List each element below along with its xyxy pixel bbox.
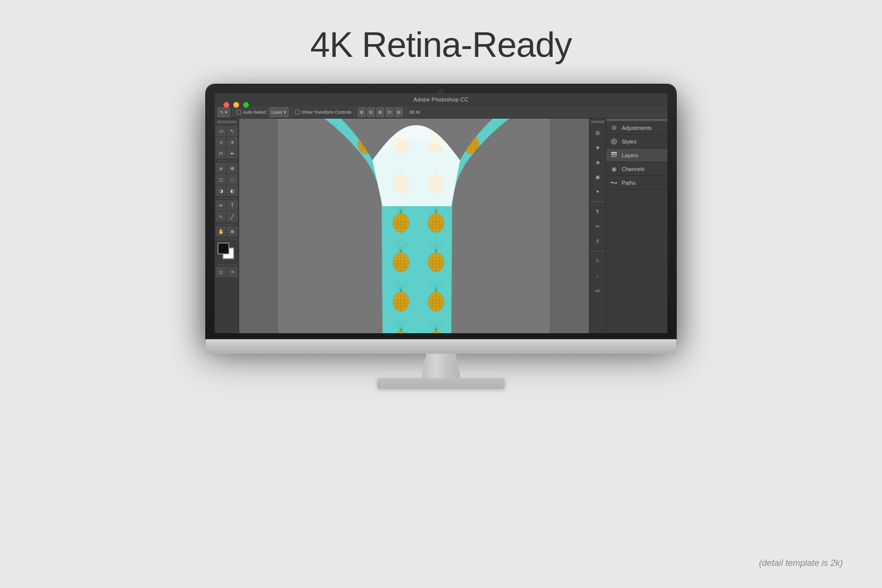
layer-select[interactable]: Layer ▾	[269, 107, 289, 117]
layers-icon	[610, 151, 618, 159]
monitor-wrapper: Adobe Photoshop CC ↖ ▾ Auto-Select:	[206, 84, 676, 389]
pin-icon-btn[interactable]: ↓	[591, 269, 605, 283]
align-tools: ⊞ ⊟ ⊠ ⊡ ⊞	[358, 107, 403, 117]
dodge-tool[interactable]: ◑	[216, 185, 226, 196]
fullscreen-button[interactable]	[243, 102, 249, 108]
paths-label: Paths	[622, 180, 636, 186]
paths-panel-item[interactable]: Paths	[606, 176, 667, 190]
ps-titlebar: Adobe Photoshop CC	[215, 93, 667, 106]
paragraph-icon-btn[interactable]: ¶	[591, 205, 605, 219]
move-tool-icon: ↖	[220, 110, 224, 115]
channels-panel-item[interactable]: ◉ Channels	[606, 162, 667, 176]
tool-row-3: ⊓ ✒	[216, 148, 238, 159]
distribute[interactable]: ⊞	[395, 107, 403, 117]
minimize-button[interactable]	[233, 102, 239, 108]
layers-label: Layers	[622, 152, 638, 158]
ps-title: Adobe Photoshop CC	[414, 97, 468, 102]
autoselect-label: Auto-Select:	[243, 110, 267, 115]
shape-tool[interactable]: ╱	[227, 211, 238, 222]
adjustments-icon: ⚙	[610, 124, 618, 132]
screen-bezel: Adobe Photoshop CC ↖ ▾ Auto-Select:	[215, 93, 667, 333]
quick-mask-tool[interactable]: ◫	[216, 267, 226, 277]
layer-select-arrow: ▾	[284, 110, 286, 115]
align-right[interactable]: ⊠	[376, 107, 384, 117]
imac-stand-base	[377, 378, 505, 389]
pen-tool[interactable]: ✏	[216, 200, 226, 211]
eraser-tool[interactable]: ◻	[216, 174, 226, 185]
toolbar-sep-4	[406, 108, 406, 117]
svg-point-15	[611, 182, 612, 183]
transform-checkbox[interactable]	[295, 110, 300, 115]
move-tool[interactable]: ↖	[227, 125, 238, 136]
magic-wand-tool[interactable]: ✳	[227, 137, 238, 147]
fg-bg-colors[interactable]	[218, 243, 236, 261]
paths-icon-btn[interactable]: ✦	[591, 185, 605, 198]
layers-panel-item[interactable]: Layers	[606, 148, 667, 162]
close-button[interactable]	[223, 102, 229, 108]
blur-tool[interactable]: ◌	[227, 174, 238, 185]
tool-sep-2	[217, 198, 237, 198]
layers-icon-btn[interactable]: ◈	[591, 155, 605, 169]
align-left[interactable]: ⊞	[358, 107, 366, 117]
tool-row-10: ◫ ⧈	[216, 267, 238, 277]
ps-icon-strip: ⊞ ★ ◈ ◉ ✦ ¶ ✂ fi ⠿ ↓ ⇔	[589, 119, 606, 333]
ps-panel-list: ⚙ Adjustments	[606, 119, 667, 333]
tool-row-7: ✏ T	[216, 200, 238, 211]
svg-point-11	[613, 141, 615, 143]
screen-mode-tool[interactable]: ⧈	[227, 267, 238, 277]
styles-panel-item[interactable]: Styles	[606, 135, 667, 148]
icon-strip-sep	[591, 201, 605, 202]
styles-icon-btn[interactable]: ★	[591, 141, 605, 154]
tool-row-2: ⊃ ✳	[216, 137, 238, 147]
adjustments-panel-item[interactable]: ⚙ Adjustments	[606, 121, 667, 135]
select-tool[interactable]: ▭	[216, 125, 226, 136]
svg-rect-12	[611, 154, 617, 155]
scissors-icon-btn[interactable]: ✂	[591, 220, 605, 233]
stamp-tool[interactable]: ⊕	[227, 163, 238, 173]
imac-stand-neck	[416, 354, 466, 378]
align-top[interactable]: ⊡	[386, 107, 393, 117]
brush-tool[interactable]: ⌀	[216, 163, 226, 173]
move-tool-dropdown: ▾	[225, 110, 227, 115]
eyedropper-tool[interactable]: ✒	[227, 148, 238, 159]
text-tool[interactable]: T	[227, 200, 238, 211]
tool-sep-3	[217, 224, 237, 224]
ps-canvas-area	[239, 119, 589, 333]
adjustments-icon-btn[interactable]: ⊞	[591, 126, 605, 140]
zoom-tool[interactable]: ⊕	[227, 226, 238, 237]
tool-sep-1	[217, 161, 237, 161]
hand-tool[interactable]: ✋	[216, 226, 226, 237]
arrow-icon-btn[interactable]: ⇔	[591, 284, 605, 297]
icon-strip-sep-2	[591, 251, 605, 251]
burn-tool[interactable]: ◐	[227, 185, 238, 196]
right-scroll-top	[591, 121, 605, 123]
page-title: 4K Retina-Ready	[310, 24, 571, 65]
toolbar-sep-3	[354, 108, 355, 117]
toolbar-sep-1	[233, 108, 233, 117]
grid-icon-btn[interactable]: ⠿	[591, 254, 605, 268]
tool-sep-4	[217, 239, 237, 239]
foreground-color[interactable]	[218, 243, 229, 254]
adjustments-label: Adjustments	[622, 125, 652, 131]
transform-label: Show Transform Controls	[302, 110, 352, 115]
lasso-tool[interactable]: ⊃	[216, 137, 226, 147]
move-tool-item[interactable]: ↖ ▾	[218, 107, 230, 117]
svg-point-16	[616, 182, 617, 183]
toolbar-sep-2	[292, 108, 292, 117]
tool-row-9: ✋ ⊕	[216, 226, 238, 237]
align-center[interactable]: ⊟	[367, 107, 375, 117]
tool-sep-5	[217, 265, 237, 265]
fi-icon-btn[interactable]: fi	[591, 234, 605, 248]
tool-row-8: ↖ ╱	[216, 211, 238, 222]
tool-row-5: ◻ ◌	[216, 174, 238, 185]
path-select-tool[interactable]: ↖	[216, 211, 226, 222]
channels-icon-btn[interactable]: ◉	[591, 170, 605, 184]
tool-row-6: ◑ ◐	[216, 185, 238, 196]
autoselect-checkbox[interactable]	[236, 110, 241, 115]
layer-select-value: Layer	[271, 110, 283, 115]
styles-icon	[610, 138, 618, 146]
svg-rect-14	[611, 152, 617, 153]
photoshop-ui: Adobe Photoshop CC ↖ ▾ Auto-Select:	[215, 93, 667, 333]
tool-row-1: ▭ ↖	[216, 125, 238, 136]
crop-tool[interactable]: ⊓	[216, 148, 226, 159]
